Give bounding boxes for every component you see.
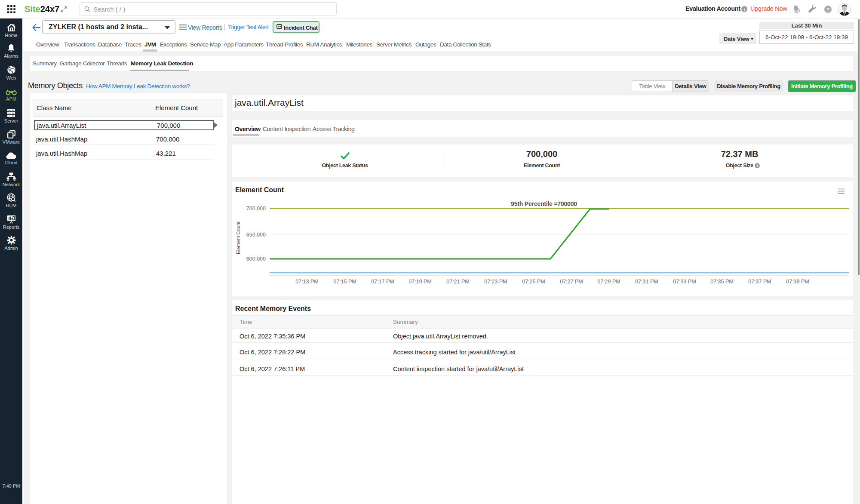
svg-text:07:39 PM: 07:39 PM <box>786 279 809 285</box>
svg-text:?: ? <box>826 7 829 12</box>
svg-text:07:19 PM: 07:19 PM <box>408 279 432 285</box>
svg-text:650,000: 650,000 <box>246 232 266 238</box>
svg-text:07:37 PM: 07:37 PM <box>748 279 771 285</box>
svg-text:07:33 PM: 07:33 PM <box>673 279 696 285</box>
svg-text:07:29 PM: 07:29 PM <box>597 279 620 285</box>
svg-text:95th Percentile =700000: 95th Percentile =700000 <box>511 200 577 207</box>
svg-text:07:35 PM: 07:35 PM <box>710 279 734 285</box>
svg-text:07:13 PM: 07:13 PM <box>295 279 319 285</box>
svg-text:07:23 PM: 07:23 PM <box>484 279 507 285</box>
svg-text:700,000: 700,000 <box>246 206 266 212</box>
svg-text:07:15 PM: 07:15 PM <box>333 279 356 285</box>
svg-text:07:21 PM: 07:21 PM <box>446 279 470 285</box>
svg-text:07:17 PM: 07:17 PM <box>371 279 394 285</box>
svg-text:600,000: 600,000 <box>246 256 266 262</box>
svg-text:07:27 PM: 07:27 PM <box>560 279 583 285</box>
svg-text:Element Count: Element Count <box>236 221 241 254</box>
svg-text:07:31 PM: 07:31 PM <box>635 279 658 285</box>
svg-text:07:25 PM: 07:25 PM <box>522 279 545 285</box>
